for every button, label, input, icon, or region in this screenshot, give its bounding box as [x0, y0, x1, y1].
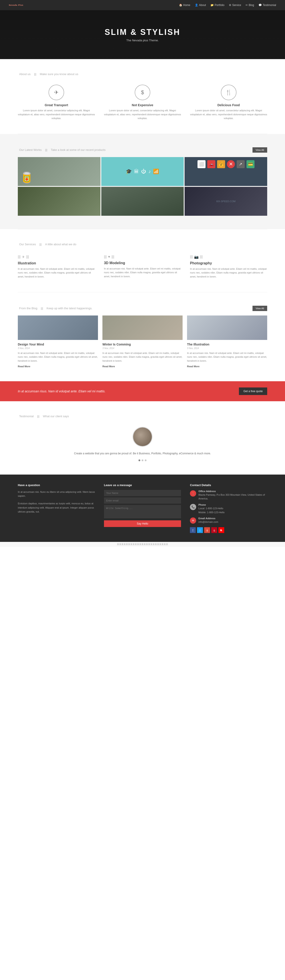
watermark: 某某某某某某某某某某某某某某某某某某某某某某某	[0, 542, 285, 547]
portfolio-item-3[interactable]: ⬜ 🚗 💰 ✕ ↗ 💳	[184, 157, 267, 186]
portfolio-img-5	[101, 187, 184, 216]
cta-text: In at accumsan risus. Nam id volutpat an…	[18, 390, 106, 393]
service-icons-3: ||| 📷 |||	[190, 255, 267, 259]
dot-1[interactable]	[138, 460, 140, 461]
services-grid: ||| ✈ ||| Illustration In at accumsan ni…	[18, 255, 267, 279]
cta-button[interactable]: Get a free quote	[239, 387, 267, 395]
say-hello-button[interactable]: Say Hello	[104, 520, 181, 527]
brand-logo[interactable]: Nevada Plus	[9, 4, 23, 6]
pinterest-icon[interactable]: p	[211, 527, 217, 533]
about-item-desc: Lorem ipsum dolor sit amet, consectetur …	[104, 109, 181, 121]
service-photography: ||| 📷 ||| Photography In at accumsan nis…	[190, 255, 267, 279]
hero-subtitle: The Nevada plus Theme.	[126, 39, 159, 42]
name-input[interactable]	[104, 490, 181, 496]
portfolio-title: Our Latest Works ||| Take a look at some…	[18, 148, 107, 151]
about-title: About us ||| Make sure you know about us	[18, 72, 267, 76]
nav-service[interactable]: ⚙ Service	[229, 3, 241, 7]
dot-2[interactable]	[142, 460, 143, 461]
youtube-icon[interactable]: ▶	[218, 527, 224, 533]
phone-label: Phone	[199, 503, 224, 506]
portfolio-view-all[interactable]: View All	[253, 147, 267, 153]
blog-view-all[interactable]: View All	[253, 306, 267, 311]
blog-date-2: 3 Nov, 2014	[102, 347, 183, 350]
office-value: Blazta Pamway, P.o Box 303 Mountain View…	[199, 493, 267, 501]
portfolio-img-4	[18, 187, 101, 216]
facebook-icon[interactable]: f	[190, 527, 196, 533]
bars4-icon: |||	[112, 255, 114, 259]
services-title: Our Services ||| A little about what we …	[18, 243, 267, 246]
portfolio-img-1: 🥫	[18, 157, 101, 186]
phone-icon: 📞	[190, 504, 196, 510]
blog-desc-3: In at accumsan nisi. Nam id volutpat ant…	[187, 351, 267, 363]
coin-icon: 💰	[217, 160, 225, 168]
blog-header: From the Blog ||| Keep up with the lates…	[18, 306, 267, 311]
service-3d: ||| ♥ ||| 3D Modeling In at accumsan nis…	[104, 255, 181, 279]
dollar-icon: $	[135, 85, 150, 100]
blog-desc-2: In at accumsan nisi. Nam id volutpat ant…	[102, 351, 183, 363]
bars3-icon: |||	[104, 255, 107, 259]
nav-links: 🏠 Home 👤 About 📁 Portfolio ⚙ Service ✏ B…	[179, 3, 276, 7]
portfolio-img-2: 🎓 🏛 ⏻ ♪ 📶	[122, 165, 163, 178]
service-illustration: ||| ✈ ||| Illustration In at accumsan ni…	[18, 255, 95, 279]
about-item-desc: Lorem ipsum dolor sit amet, consectetur …	[18, 109, 95, 121]
phone-mobile: Mobile: 1-800-123-Hello	[199, 511, 224, 515]
phone-local: Local: 1-800-123-Hello	[199, 507, 224, 511]
car-icon: 🚗	[207, 160, 215, 168]
about-item-title: Great Transport	[18, 103, 95, 107]
footer-col-1: Have a question In at accumsan nisi. Nun…	[18, 484, 95, 533]
music-icon: ♪	[148, 169, 151, 174]
testimonial-section: Testimonial ||| What our client says Cre…	[0, 401, 285, 474]
card-icon: 💳	[247, 160, 255, 168]
about-grid: ✈ Great Transport Lorem ipsum dolor sit …	[18, 85, 267, 121]
about-item-title: Delicious Food	[190, 103, 267, 107]
location-icon: 📍	[190, 490, 196, 496]
footer-col2-title: Leave us a message	[104, 484, 181, 487]
blog-grid: Design Your Mind 3 Nov, 2014 In at accum…	[18, 315, 267, 368]
blog-post-3: The Illustration 3 Nov, 2014 In at accum…	[187, 315, 267, 368]
twitter-icon[interactable]: t	[197, 527, 203, 533]
footer-col1-para1: In at accumsan nisi. Nunc eu libero sit …	[18, 490, 95, 498]
footer-col1-title: Have a question	[18, 484, 95, 487]
nav-home[interactable]: 🏠 Home	[179, 3, 191, 7]
blog-date-1: 3 Nov, 2014	[18, 347, 98, 350]
portfolio-item-4[interactable]	[18, 187, 101, 216]
read-more-2[interactable]: Read More	[102, 365, 115, 368]
plane-small-icon: ✈	[22, 255, 25, 259]
avatar-image	[133, 428, 152, 446]
portfolio-img-3: ⬜ 🚗 💰 ✕ ↗ 💳	[184, 157, 267, 171]
footer-col-3: Contact Details 📍 Office Address Blazta …	[190, 484, 267, 533]
portfolio-header: Our Latest Works ||| Take a look at some…	[18, 147, 267, 153]
nav-testimonial[interactable]: 💬 Testimonial	[258, 3, 276, 7]
about-item-expensive: $ Not Expensive Lorem ipsum dolor sit am…	[104, 85, 181, 121]
brand-super: Plus	[18, 4, 23, 6]
portfolio-item-5[interactable]	[101, 187, 184, 216]
blog-post-1: Design Your Mind 3 Nov, 2014 In at accum…	[18, 315, 98, 368]
services-section: Our Services ||| A little about what we …	[0, 229, 285, 292]
about-item-transport: ✈ Great Transport Lorem ipsum dolor sit …	[18, 85, 95, 121]
office-label: Office Address	[199, 490, 267, 493]
portfolio-section: Our Latest Works ||| Take a look at some…	[0, 134, 285, 229]
contact-phone: 📞 Phone Local: 1-800-123-Hello Mobile: 1…	[190, 503, 267, 514]
hero-title: SLIM & STYLISH	[105, 27, 180, 37]
portfolio-item-1[interactable]: 🥫	[18, 157, 101, 186]
cta-banner: In at accumsan risus. Nam id volutpat an…	[0, 381, 285, 401]
service-desc-2: In at accumsan nisi. Nam id volutpat ant…	[104, 267, 181, 278]
nav-portfolio[interactable]: 📁 Portfolio	[210, 3, 224, 7]
about-section: About us ||| Make sure you know about us…	[0, 59, 285, 134]
portfolio-item-2[interactable]: 🎓 🏛 ⏻ ♪ 📶	[101, 157, 184, 186]
read-more-3[interactable]: Read More	[187, 365, 200, 368]
read-more-1[interactable]: Read More	[18, 365, 30, 368]
blog-date-3: 3 Nov, 2014	[187, 347, 267, 350]
navbar: Nevada Plus 🏠 Home 👤 About 📁 Portfolio ⚙…	[0, 0, 285, 10]
email-input[interactable]	[104, 498, 181, 504]
bars6-icon: |||	[200, 255, 203, 259]
message-input[interactable]	[104, 505, 181, 518]
dot-3[interactable]	[145, 460, 147, 461]
portfolio-item-6[interactable]: 6IX-SPEED.COM	[184, 187, 267, 216]
nav-blog[interactable]: ✏ Blog	[246, 3, 254, 7]
camera-icon: 📷	[194, 255, 199, 259]
googleplus-icon[interactable]: g	[204, 527, 210, 533]
about-item-title: Not Expensive	[104, 103, 181, 107]
nav-about[interactable]: 👤 About	[195, 3, 206, 7]
wifi-icon: 📶	[153, 169, 159, 174]
